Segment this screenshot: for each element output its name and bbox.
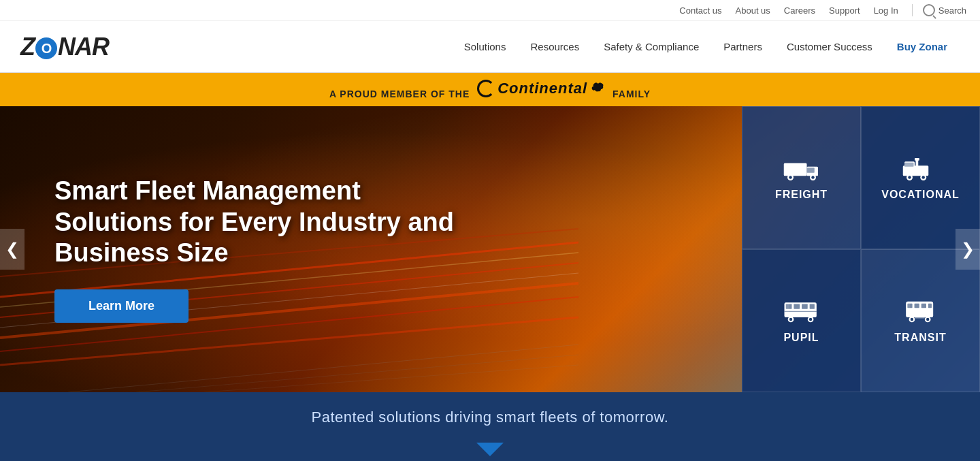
svg-rect-41 bbox=[914, 304, 919, 308]
chevron-left-icon: ❮ bbox=[5, 240, 19, 259]
industry-tile-transit[interactable]: TRANSIT bbox=[861, 249, 980, 392]
transit-label: TRANSIT bbox=[894, 332, 946, 344]
pupil-label: PUPIL bbox=[783, 332, 819, 344]
nav-solutions[interactable]: Solutions bbox=[452, 21, 519, 73]
carousel-prev-button[interactable]: ❮ bbox=[0, 229, 24, 270]
svg-rect-50 bbox=[915, 317, 925, 319]
nav-buy-zonar[interactable]: Buy Zonar bbox=[885, 21, 960, 73]
tagline-text: Patented solutions driving smart fleets … bbox=[16, 409, 964, 426]
vocational-label: VOCATIONAL bbox=[881, 189, 960, 201]
svg-rect-42 bbox=[921, 304, 926, 308]
industry-tile-pupil[interactable]: PUPIL bbox=[742, 249, 861, 392]
search-label: Search bbox=[938, 5, 966, 16]
search-icon bbox=[923, 4, 935, 16]
support-link[interactable]: Support bbox=[829, 5, 860, 16]
svg-point-36 bbox=[789, 318, 791, 321]
continental-brand: Continental bbox=[497, 80, 587, 97]
continental-logo: Continental bbox=[477, 80, 605, 97]
continental-banner: A PROUD MEMBER OF THE Continental FAMILY bbox=[0, 73, 980, 106]
industry-tile-freight[interactable]: FREIGHT bbox=[742, 106, 861, 249]
svg-rect-45 bbox=[906, 302, 910, 317]
contact-us-link[interactable]: Contact us bbox=[679, 5, 721, 16]
vocational-icon bbox=[900, 155, 941, 182]
industry-tile-vocational[interactable]: VOCATIONAL bbox=[861, 106, 980, 249]
scroll-down-icon bbox=[476, 443, 504, 456]
hero-content: Smart Fleet Management Solutions for Eve… bbox=[54, 176, 463, 323]
pupil-icon bbox=[781, 298, 822, 325]
careers-link[interactable]: Careers bbox=[784, 5, 815, 16]
tagline-bar: Patented solutions driving smart fleets … bbox=[0, 392, 980, 443]
learn-more-button[interactable]: Learn More bbox=[54, 289, 189, 323]
site-header: ZONAR Solutions Resources Safety & Compl… bbox=[0, 21, 980, 73]
nav-resources[interactable]: Resources bbox=[518, 21, 591, 73]
svg-line-10 bbox=[204, 365, 578, 392]
freight-label: FREIGHT bbox=[775, 189, 828, 201]
logo-text: ZONAR bbox=[20, 33, 109, 61]
svg-rect-22 bbox=[915, 158, 919, 161]
industry-grid: FREIGHT VOCATIONAL bbox=[742, 106, 980, 392]
svg-rect-27 bbox=[904, 163, 914, 167]
svg-rect-21 bbox=[915, 159, 918, 168]
about-us-link[interactable]: About us bbox=[736, 5, 770, 16]
svg-point-48 bbox=[910, 318, 913, 321]
svg-point-26 bbox=[921, 176, 925, 179]
logo-o: O bbox=[35, 37, 57, 59]
svg-line-8 bbox=[68, 345, 578, 392]
svg-rect-38 bbox=[784, 302, 789, 317]
chevron-right-icon: ❯ bbox=[961, 240, 975, 259]
search-area[interactable]: Search bbox=[912, 4, 966, 16]
freight-icon bbox=[781, 155, 822, 182]
svg-line-9 bbox=[136, 355, 578, 392]
svg-rect-30 bbox=[794, 304, 800, 308]
svg-point-37 bbox=[808, 318, 811, 321]
main-nav: Solutions Resources Safety & Compliance … bbox=[452, 21, 960, 73]
carousel-next-button[interactable]: ❯ bbox=[956, 229, 980, 270]
svg-point-17 bbox=[811, 176, 815, 179]
hero-title: Smart Fleet Management Solutions for Eve… bbox=[54, 176, 463, 269]
nav-customer-success[interactable]: Customer Success bbox=[774, 21, 885, 73]
banner-suffix: FAMILY bbox=[612, 89, 651, 99]
svg-point-16 bbox=[789, 176, 792, 179]
logo[interactable]: ZONAR bbox=[20, 33, 109, 61]
svg-rect-43 bbox=[928, 304, 931, 308]
continental-horse-icon bbox=[590, 81, 605, 96]
svg-rect-32 bbox=[809, 304, 814, 308]
continental-c-icon bbox=[477, 80, 495, 97]
transit-icon bbox=[900, 298, 941, 325]
hero-section: Smart Fleet Management Solutions for Eve… bbox=[0, 106, 980, 392]
nav-safety-compliance[interactable]: Safety & Compliance bbox=[591, 21, 711, 73]
svg-rect-44 bbox=[907, 311, 932, 315]
svg-rect-11 bbox=[783, 163, 806, 176]
nav-partners[interactable]: Partners bbox=[711, 21, 774, 73]
bottom-section bbox=[0, 443, 980, 461]
svg-point-49 bbox=[926, 318, 929, 321]
banner-prefix: A PROUD MEMBER OF THE bbox=[329, 89, 470, 99]
svg-rect-31 bbox=[802, 304, 808, 308]
svg-rect-18 bbox=[806, 168, 814, 173]
log-in-link[interactable]: Log In bbox=[874, 5, 898, 16]
utility-bar: Contact us About us Careers Support Log … bbox=[0, 0, 980, 21]
svg-point-25 bbox=[908, 176, 911, 179]
